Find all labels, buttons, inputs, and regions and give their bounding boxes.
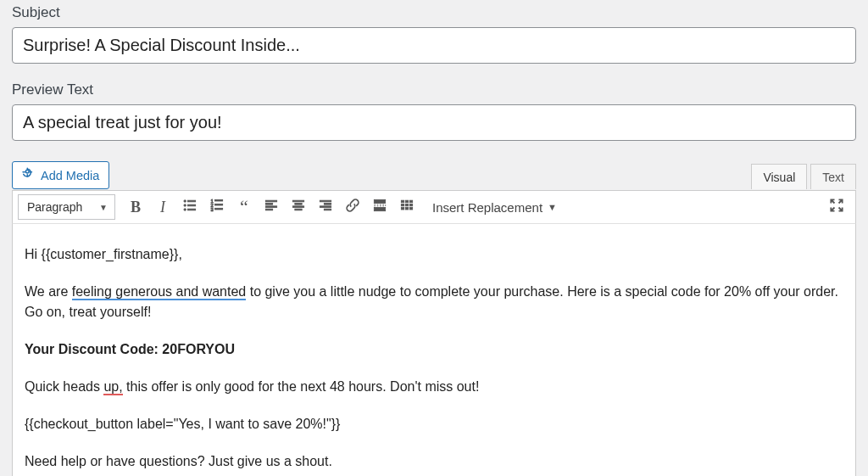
bullet-list-icon <box>181 197 198 218</box>
align-center-icon <box>290 197 307 218</box>
bold-icon: B <box>131 199 141 216</box>
svg-point-1 <box>184 199 186 202</box>
subject-label: Subject <box>12 4 856 21</box>
preview-text-label: Preview Text <box>12 81 856 98</box>
fullscreen-button[interactable] <box>823 193 850 221</box>
bold-button[interactable]: B <box>122 193 149 221</box>
italic-icon: I <box>160 199 165 216</box>
svg-rect-21 <box>320 200 331 202</box>
align-left-button[interactable] <box>258 193 285 221</box>
quote-icon: “ <box>240 202 248 212</box>
svg-rect-5 <box>188 204 196 206</box>
media-icon <box>20 166 36 184</box>
svg-rect-6 <box>188 209 196 210</box>
svg-rect-12 <box>215 208 223 210</box>
read-more-button[interactable] <box>366 193 393 221</box>
svg-point-2 <box>184 204 186 206</box>
numbered-list-button[interactable]: 123 <box>203 193 231 221</box>
tab-visual[interactable]: Visual <box>751 164 807 189</box>
svg-rect-30 <box>409 200 412 203</box>
insert-replacement-label: Insert Replacement <box>432 200 542 215</box>
quote-button[interactable]: “ <box>231 193 258 221</box>
svg-rect-19 <box>292 205 303 207</box>
svg-rect-35 <box>405 207 408 210</box>
fullscreen-icon <box>828 197 845 218</box>
svg-rect-13 <box>265 200 276 202</box>
italic-button[interactable]: I <box>149 193 176 221</box>
add-media-label: Add Media <box>41 169 99 182</box>
toolbar-toggle-button[interactable] <box>393 193 420 221</box>
body-paragraph: Quick heads up, this offer is only good … <box>25 377 843 397</box>
body-paragraph: {{checkout_button label="Yes, I want to … <box>25 414 843 434</box>
svg-rect-15 <box>265 205 276 207</box>
svg-rect-26 <box>374 204 385 206</box>
svg-rect-32 <box>405 204 408 206</box>
link-button[interactable] <box>339 193 366 221</box>
subject-input[interactable] <box>12 27 856 64</box>
preview-text-input[interactable] <box>12 104 856 141</box>
bullet-list-button[interactable] <box>176 193 203 221</box>
body-paragraph: Hi {{customer_firstname}}, <box>25 244 843 265</box>
editor-toolbar: Paragraph ▼ B I 123 “ <box>12 190 856 224</box>
kitchen-sink-icon <box>398 197 415 218</box>
align-center-button[interactable] <box>285 193 312 221</box>
svg-rect-23 <box>320 205 331 207</box>
chevron-down-icon: ▼ <box>548 202 557 212</box>
format-dropdown[interactable]: Paragraph ▼ <box>18 194 115 220</box>
chevron-down-icon: ▼ <box>99 203 108 212</box>
svg-rect-24 <box>324 209 331 210</box>
align-right-icon <box>317 197 334 218</box>
svg-rect-18 <box>295 203 302 204</box>
svg-text:3: 3 <box>211 206 214 211</box>
svg-rect-29 <box>405 200 408 203</box>
numbered-list-icon: 123 <box>209 197 225 218</box>
svg-rect-36 <box>409 207 412 210</box>
read-more-icon <box>371 197 388 218</box>
link-icon <box>344 197 361 218</box>
align-left-icon <box>263 197 280 218</box>
tab-text[interactable]: Text <box>810 164 856 189</box>
svg-rect-4 <box>188 200 196 202</box>
svg-rect-16 <box>265 209 272 210</box>
svg-rect-33 <box>409 204 412 206</box>
svg-rect-27 <box>374 207 385 210</box>
svg-rect-31 <box>401 204 403 206</box>
svg-rect-34 <box>401 207 403 210</box>
format-dropdown-label: Paragraph <box>27 200 82 214</box>
body-paragraph: We are feeling generous and wanted to gi… <box>25 282 843 322</box>
svg-rect-25 <box>374 199 385 203</box>
insert-replacement-dropdown[interactable]: Insert Replacement ▼ <box>424 200 565 215</box>
svg-rect-10 <box>215 199 223 201</box>
svg-rect-22 <box>324 203 331 204</box>
body-paragraph: Need help or have questions? Just give u… <box>25 451 843 472</box>
spell-underline: up, <box>103 379 122 395</box>
svg-rect-28 <box>401 200 403 203</box>
svg-rect-14 <box>265 203 272 204</box>
svg-rect-11 <box>215 204 223 205</box>
editor-body[interactable]: Hi {{customer_firstname}}, We are feelin… <box>12 224 856 476</box>
add-media-button[interactable]: Add Media <box>12 161 109 189</box>
body-paragraph-bold: Your Discount Code: 20FORYOU <box>25 339 843 360</box>
grammar-underline: feeling generous and wanted <box>72 284 247 300</box>
svg-rect-17 <box>292 200 303 202</box>
align-right-button[interactable] <box>312 193 339 221</box>
svg-rect-20 <box>295 209 302 210</box>
svg-point-3 <box>184 208 186 210</box>
